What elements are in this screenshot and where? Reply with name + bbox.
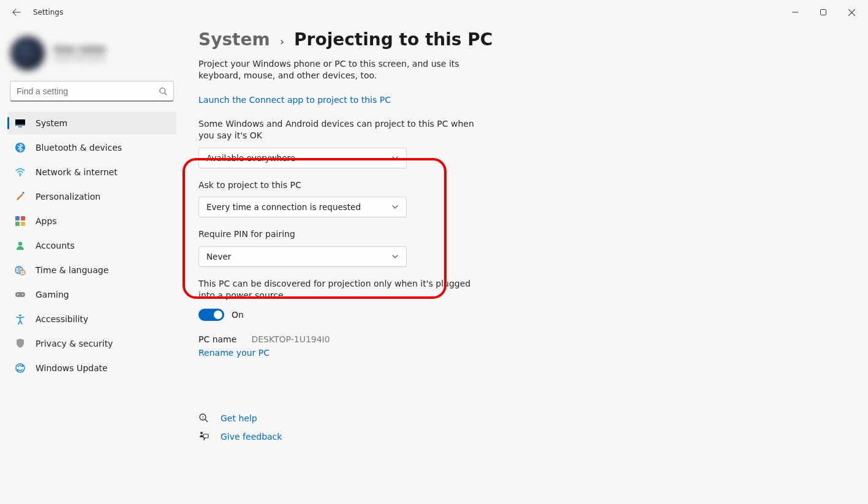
nav-item-apps[interactable]: Apps — [7, 209, 176, 233]
svg-rect-14 — [15, 292, 25, 297]
svg-rect-10 — [21, 222, 25, 226]
update-icon — [15, 363, 26, 374]
ask-select[interactable]: Every time a connection is requested — [198, 197, 407, 217]
svg-point-21 — [200, 432, 203, 434]
nav-label: Gaming — [36, 290, 69, 299]
availability-label: Some Windows and Android devices can pro… — [198, 118, 477, 141]
discover-label: This PC can be discovered for projection… — [198, 278, 477, 301]
apps-icon — [15, 216, 26, 227]
rename-pc-link[interactable]: Rename your PC — [198, 348, 270, 358]
profile-block[interactable]: User name Local Account — [0, 31, 184, 81]
gamepad-icon — [15, 289, 26, 300]
main-content: System › Projecting to this PC Project y… — [184, 24, 868, 504]
system-icon — [15, 118, 26, 129]
globe-clock-icon — [15, 265, 26, 276]
nav-item-gaming[interactable]: Gaming — [7, 283, 176, 306]
svg-rect-9 — [15, 222, 20, 226]
feedback-icon — [198, 431, 209, 442]
accessibility-icon — [15, 314, 26, 325]
pcname-label: PC name — [198, 334, 236, 344]
svg-rect-8 — [21, 216, 25, 220]
shield-icon — [15, 338, 26, 349]
window-controls — [781, 0, 866, 24]
nav-item-system[interactable]: System — [7, 111, 176, 135]
svg-rect-0 — [821, 10, 826, 15]
bluetooth-icon — [15, 142, 26, 153]
wifi-icon — [15, 167, 26, 178]
profile-name: User name — [54, 44, 105, 54]
arrow-left-icon — [12, 8, 21, 17]
search-icon — [159, 87, 167, 96]
person-icon — [15, 240, 26, 251]
nav-label: Privacy & security — [36, 339, 113, 348]
svg-point-17 — [19, 314, 21, 317]
ask-value: Every time a connection is requested — [206, 202, 361, 212]
chevron-down-icon — [391, 253, 399, 260]
page-title: Projecting to this PC — [294, 29, 492, 50]
svg-rect-3 — [15, 124, 25, 126]
launch-connect-link[interactable]: Launch the Connect app to project to thi… — [198, 95, 391, 105]
title-bar: Settings — [0, 0, 868, 24]
pin-select[interactable]: Never — [198, 246, 407, 267]
nav-list: System Bluetooth & devices Network & int… — [0, 111, 184, 380]
help-icon: ? — [198, 413, 209, 424]
nav-item-personalization[interactable]: Personalization — [7, 185, 176, 208]
nav-item-network[interactable]: Network & internet — [7, 160, 176, 184]
svg-text:?: ? — [202, 415, 203, 419]
chevron-down-icon — [391, 154, 399, 162]
sidebar: User name Local Account System Bluetooth… — [0, 24, 184, 504]
close-button[interactable] — [837, 0, 866, 24]
get-help-link[interactable]: ? Get help — [198, 413, 850, 424]
svg-point-15 — [17, 294, 18, 295]
app-title: Settings — [33, 8, 63, 17]
nav-item-windows-update[interactable]: Windows Update — [7, 356, 176, 380]
svg-rect-7 — [15, 216, 20, 220]
search-input[interactable] — [17, 86, 159, 96]
availability-value: Available everywhere — [206, 153, 295, 163]
svg-point-11 — [18, 242, 22, 246]
nav-item-accessibility[interactable]: Accessibility — [7, 307, 176, 331]
nav-item-accounts[interactable]: Accounts — [7, 234, 176, 257]
paintbrush-icon — [15, 191, 26, 202]
breadcrumb-system[interactable]: System — [198, 29, 270, 50]
discover-toggle[interactable] — [198, 309, 224, 321]
nav-item-privacy[interactable]: Privacy & security — [7, 332, 176, 355]
get-help-label: Get help — [221, 413, 257, 423]
maximize-button[interactable] — [809, 0, 837, 24]
nav-label: Windows Update — [36, 363, 108, 373]
svg-point-16 — [22, 294, 23, 295]
chevron-down-icon — [391, 203, 399, 211]
avatar — [10, 36, 45, 71]
nav-label: Apps — [36, 216, 57, 226]
nav-label: Personalization — [36, 192, 100, 201]
breadcrumb: System › Projecting to this PC — [198, 29, 850, 50]
pcname-value: DESKTOP-1U194I0 — [251, 334, 330, 344]
profile-subtitle: Local Account — [54, 54, 105, 62]
nav-item-bluetooth[interactable]: Bluetooth & devices — [7, 136, 176, 159]
search-input-wrap[interactable] — [10, 81, 174, 102]
back-button[interactable] — [2, 0, 31, 24]
nav-label: Bluetooth & devices — [36, 143, 122, 152]
ask-label: Ask to project to this PC — [198, 179, 477, 191]
page-description: Project your Windows phone or PC to this… — [198, 58, 477, 81]
chevron-right-icon: › — [280, 35, 284, 48]
pin-value: Never — [206, 252, 231, 261]
nav-label: Network & internet — [36, 167, 118, 177]
nav-item-time-language[interactable]: Time & language — [7, 258, 176, 282]
svg-point-1 — [160, 88, 165, 93]
svg-rect-4 — [18, 126, 22, 127]
toggle-state-label: On — [232, 310, 244, 320]
svg-point-6 — [20, 175, 21, 176]
availability-select[interactable]: Available everywhere — [198, 148, 407, 168]
pin-label: Require PIN for pairing — [198, 228, 477, 240]
give-feedback-link[interactable]: Give feedback — [198, 431, 850, 442]
nav-label: System — [36, 118, 67, 128]
nav-label: Time & language — [36, 265, 108, 275]
nav-label: Accessibility — [36, 314, 88, 324]
svg-rect-22 — [203, 434, 208, 438]
minimize-button[interactable] — [781, 0, 809, 24]
nav-label: Accounts — [36, 241, 75, 250]
give-feedback-label: Give feedback — [221, 432, 282, 442]
